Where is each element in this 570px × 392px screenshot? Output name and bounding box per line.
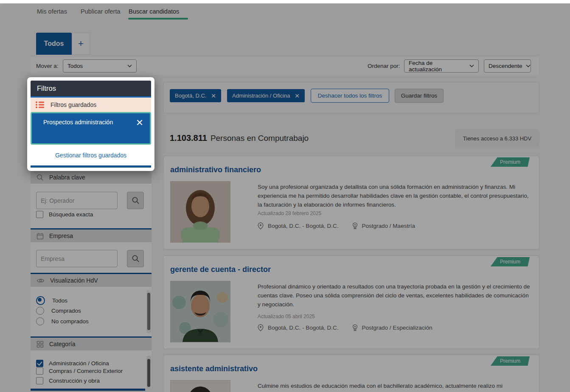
tutorial-dim-overlay [0, 3, 570, 392]
buscar-candidatos-page: Mis ofertas Publicar oferta Buscar candi… [0, 0, 570, 392]
manage-saved-filters-row: Gestionar filtros guardados [31, 145, 151, 165]
saved-filter-selected[interactable]: Prospectos administración × [31, 112, 151, 145]
saved-filters-item[interactable]: Filtros guardados [31, 98, 151, 112]
saved-filters-label: Filtros guardados [51, 101, 96, 108]
saved-filters-list-icon [35, 101, 45, 109]
filters-popup: Filtros Filtros guardados Prospectos adm… [27, 77, 154, 171]
filters-popup-title: Filtros [31, 81, 151, 96]
manage-saved-filters-link[interactable]: Gestionar filtros guardados [55, 152, 126, 159]
popup-bottom-border [31, 165, 151, 168]
saved-filter-name: Prospectos administración [43, 119, 113, 126]
remove-saved-filter-icon[interactable]: × [136, 116, 143, 129]
